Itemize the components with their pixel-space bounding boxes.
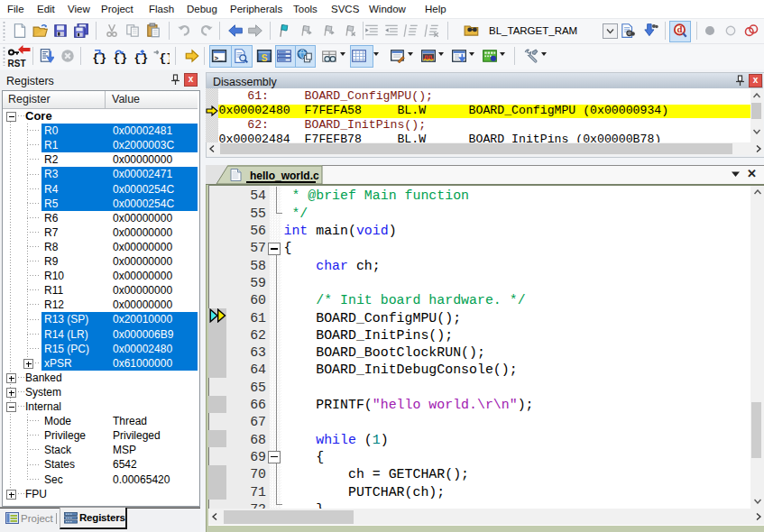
svg-text:S: S (261, 53, 267, 63)
svg-text:RST: RST (8, 59, 26, 69)
svg-text:{}: {} (133, 51, 148, 64)
svg-text:d: d (677, 23, 682, 34)
svg-text:{}: {} (159, 51, 170, 64)
svg-text:>_: >_ (214, 54, 223, 62)
